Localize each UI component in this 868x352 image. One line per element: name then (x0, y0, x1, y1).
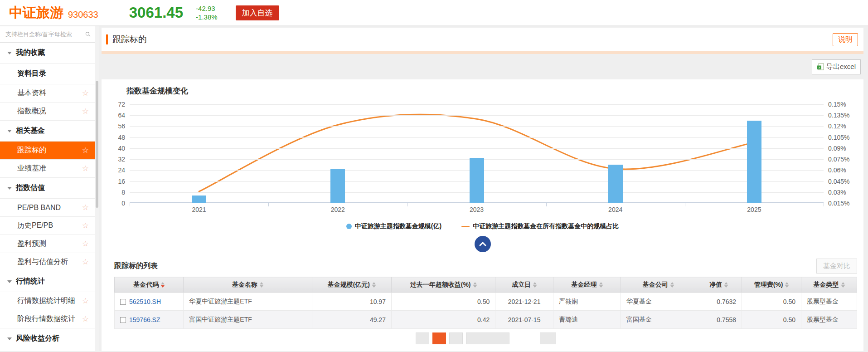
add-to-watchlist-button[interactable]: 加入自选 (236, 5, 279, 20)
collapse-chart-button[interactable] (475, 236, 491, 252)
fund-code-link[interactable]: 159766.SZ (129, 316, 160, 323)
favorite-star-icon[interactable]: ☆ (82, 88, 89, 98)
sidebar-item[interactable]: 历史PE/PB☆ (0, 217, 95, 235)
table-cell: 0.7558 (696, 311, 742, 329)
column-header[interactable]: 基金规模(亿元) (312, 277, 391, 293)
export-excel-button[interactable]: x 导出excel (812, 59, 861, 74)
sidebar-item[interactable]: 行情数据统计明细☆ (0, 292, 95, 310)
legend-line-label: 中证旅游主题指数基金在所有指数基金中的规模占比 (473, 222, 619, 230)
fund-code-link[interactable]: 562510.SH (129, 298, 161, 305)
price-change: -42.93 (196, 4, 218, 13)
excel-icon: x (817, 63, 824, 70)
favorite-star-icon[interactable]: ☆ (82, 164, 89, 173)
right-axis-tick: 0.075% (828, 156, 849, 163)
sidebar-item[interactable]: 业绩基准☆ (0, 160, 95, 178)
sort-arrows-icon[interactable] (841, 282, 845, 288)
sort-arrows-icon[interactable] (372, 282, 376, 288)
column-header[interactable]: 基金经理 (553, 277, 621, 293)
table-cell: 562510.SH (115, 293, 184, 311)
search-icon[interactable] (85, 30, 91, 38)
sidebar-group[interactable]: 行情统计 (0, 271, 95, 292)
panel-header: 跟踪标的 说明 (102, 28, 863, 51)
column-header[interactable]: 基金类型 (801, 277, 857, 293)
gridline (130, 137, 824, 138)
row-checkbox[interactable] (120, 317, 126, 323)
sidebar-item[interactable]: 基本资料☆ (0, 84, 95, 103)
column-header[interactable]: 成立日 (495, 277, 553, 293)
fund-compare-button[interactable]: 基金对比 (816, 259, 857, 274)
axis-tick-mark (824, 203, 824, 206)
sidebar-item[interactable]: 跟踪标的☆ (0, 142, 95, 160)
column-header[interactable]: 过去一年超额收益(%) (391, 277, 495, 293)
pagination-item[interactable] (416, 332, 429, 344)
sidebar-item[interactable]: 盈利与估值分析☆ (0, 253, 95, 271)
list-title: 跟踪标的列表 (114, 261, 158, 271)
legend-item-bar[interactable]: 中证旅游主题指数基金规模(亿) (346, 222, 441, 230)
favorite-star-icon[interactable]: ☆ (82, 146, 89, 155)
column-header[interactable]: 净值 (696, 277, 742, 293)
sidebar-item-label: 指数概况 (17, 107, 46, 116)
favorite-star-icon[interactable]: ☆ (82, 203, 89, 212)
pagination-item[interactable] (540, 332, 556, 344)
sort-up-icon (670, 282, 674, 284)
right-axis-tick: 0.03% (828, 189, 846, 196)
sort-arrows-icon[interactable] (260, 282, 263, 288)
right-axis-tick: 0.15% (828, 101, 846, 108)
sidebar-item[interactable]: 盈利预测☆ (0, 235, 95, 253)
table-row: 562510.SH华夏中证旅游主题ETF10.970.502021-12-21严… (115, 293, 857, 311)
sort-up-icon (599, 282, 603, 284)
sort-arrows-icon[interactable] (599, 282, 603, 288)
search-input[interactable] (5, 31, 85, 38)
sidebar-item[interactable]: 资料目录 (0, 64, 95, 84)
sidebar-item[interactable]: 阶段行情数据统计☆ (0, 310, 95, 328)
favorite-star-icon[interactable]: ☆ (82, 107, 89, 116)
sidebar-item-label: 阶段行情数据统计 (17, 314, 75, 324)
bar-2023 (470, 158, 484, 203)
sort-arrows-icon[interactable] (473, 282, 477, 288)
scrollbar-thumb[interactable] (96, 81, 98, 208)
sidebar-item[interactable]: 指数概况☆ (0, 103, 95, 121)
sort-arrows-icon[interactable] (785, 282, 789, 288)
index-price: 3061.45 (129, 4, 183, 21)
title-accent-bar (106, 34, 108, 44)
column-header[interactable]: 基金公司 (621, 277, 696, 293)
sort-down-icon (841, 285, 845, 288)
sidebar-group[interactable]: 风险收益分析 (0, 328, 95, 349)
favorite-star-icon[interactable]: ☆ (82, 314, 89, 324)
favorite-star-icon[interactable]: ☆ (82, 239, 89, 249)
column-header[interactable]: 管理费(%) (742, 277, 801, 293)
column-header-label: 基金规模(亿元) (328, 281, 370, 288)
sort-arrows-icon[interactable] (724, 282, 728, 288)
sidebar-item[interactable]: PE/PB BAND☆ (0, 199, 95, 217)
sort-arrows-icon[interactable] (670, 282, 674, 288)
panel-content: 指数基金规模变化 726456484032241680 0.15%0.135%0… (102, 79, 863, 351)
left-axis-tick: 8 (121, 189, 125, 196)
column-header[interactable]: 基金名称 (184, 277, 312, 293)
sidebar-group[interactable]: 我的收藏 (0, 43, 95, 64)
sidebar-scrollbar[interactable] (95, 26, 99, 351)
left-axis-tick: 64 (118, 112, 125, 119)
pagination-item[interactable] (466, 332, 509, 344)
sort-arrows-icon[interactable] (161, 282, 165, 288)
gridline (130, 115, 824, 116)
bar-2022 (330, 169, 345, 203)
row-checkbox[interactable] (120, 299, 126, 305)
sidebar-group[interactable]: 指数估值 (0, 178, 95, 199)
column-header[interactable]: 基金代码 (115, 277, 184, 293)
help-button[interactable]: 说明 (833, 33, 858, 46)
sidebar-group[interactable]: 相关基金 (0, 121, 95, 142)
chart-legend: 中证旅游主题指数基金规模(亿) 中证旅游主题指数基金在所有指数基金中的规模占比 (102, 222, 863, 230)
legend-item-line[interactable]: 中证旅游主题指数基金在所有指数基金中的规模占比 (461, 222, 619, 230)
sort-up-icon (372, 282, 376, 284)
pagination-item[interactable] (432, 332, 446, 344)
sort-down-icon (533, 285, 537, 288)
sort-arrows-icon[interactable] (533, 282, 537, 288)
column-header-label: 净值 (709, 281, 722, 288)
right-axis-tick: 0.06% (828, 166, 846, 174)
bar-2024 (608, 165, 623, 203)
favorite-star-icon[interactable]: ☆ (82, 296, 89, 306)
pagination-item[interactable] (449, 332, 463, 344)
sidebar-group-label: 相关基金 (16, 126, 45, 136)
favorite-star-icon[interactable]: ☆ (82, 221, 89, 230)
favorite-star-icon[interactable]: ☆ (82, 257, 89, 267)
